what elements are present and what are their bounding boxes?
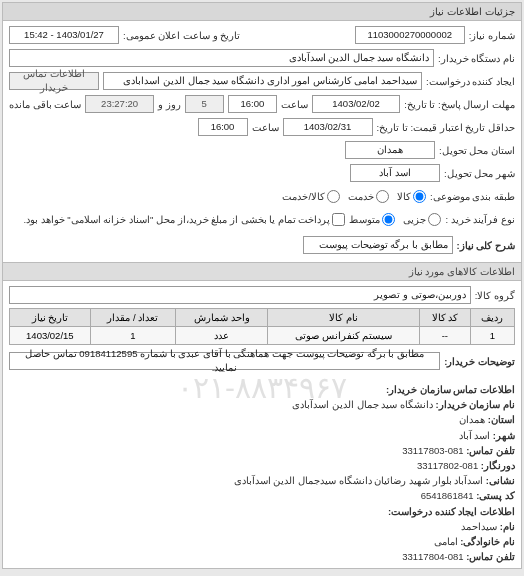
panel-body: شماره نیاز: 1103000270000002 تاریخ و ساع… xyxy=(3,21,521,262)
remain-time-label: ساعت باقی مانده xyxy=(9,99,81,110)
td-name: سیستم کنفرانس صوتی xyxy=(268,327,420,345)
city-field: اسد آباد xyxy=(350,164,440,182)
row-category: طبقه بندی موضوعی: کالا خدمت کالا/خدمت xyxy=(9,186,515,206)
radio-service[interactable]: خدمت xyxy=(348,190,389,203)
province-label: استان محل تحویل: xyxy=(439,145,515,156)
contact-button[interactable]: اطلاعات تماس خریدار xyxy=(9,72,99,90)
items-section-title: اطلاعات کالاهای مورد نیاز xyxy=(3,262,521,281)
contact-province-label: استان: xyxy=(488,414,515,425)
treasury-check[interactable]: پرداخت تمام یا بخشی از مبلغ خرید،از محل … xyxy=(23,213,345,226)
creator-lastname: امامی xyxy=(434,536,458,547)
table-row: 1 -- سیستم کنفرانس صوتی عدد 1 1403/02/15 xyxy=(10,327,515,345)
validity-time-field: 16:00 xyxy=(198,118,248,136)
th-row: ردیف xyxy=(470,309,514,327)
radio-small-input[interactable] xyxy=(428,213,441,226)
city-label: شهر محل تحویل: xyxy=(444,168,515,179)
creator-contact-title: اطلاعات ایجاد کننده درخواست: xyxy=(388,506,515,517)
row-group: گروه کالا: دوربین،صوتی و تصویر xyxy=(9,285,515,305)
remain-days-label: روز و xyxy=(158,99,181,110)
deadline-label: مهلت ارسال پاسخ: تا تاریخ: xyxy=(404,99,515,110)
contact-phone: 081-33117803 xyxy=(402,445,463,456)
remain-days-field: 5 xyxy=(185,95,224,113)
category-label: طبقه بندی موضوعی: xyxy=(430,191,515,202)
radio-goods-service[interactable]: کالا/خدمت xyxy=(282,190,340,203)
contact-city: اسد آباد xyxy=(459,430,491,441)
td-date: 1403/02/15 xyxy=(10,327,91,345)
radio-small[interactable]: جزیی xyxy=(403,213,441,226)
contact-title: اطلاعات تماس سازمان خریدار: xyxy=(386,384,515,395)
group-field: دوربین،صوتی و تصویر xyxy=(9,286,471,304)
items-table: ردیف کد کالا نام کالا واحد شمارش تعداد /… xyxy=(9,308,515,345)
td-qty: 1 xyxy=(90,327,175,345)
th-name: نام کالا xyxy=(268,309,420,327)
contact-org: دانشگاه سید جمال الدین اسدآبادی xyxy=(292,399,433,410)
row-buyer-notes: توضیحات خریدار: مطابق با برگه توضیحات پی… xyxy=(9,351,515,371)
radio-medium[interactable]: متوسط xyxy=(349,213,395,226)
contact-fax: 081-33117802 xyxy=(417,460,478,471)
creator-phone-label: تلفن تماس: xyxy=(466,551,515,562)
contact-province: همدان xyxy=(459,414,485,425)
row-creator: ایجاد کننده درخواست: سیداحمد امامی کارشن… xyxy=(9,71,515,91)
remain-time-field: 23:27:20 xyxy=(85,95,154,113)
buyer-label: نام دستگاه خریدار: xyxy=(438,53,515,64)
buyer-notes-field: مطابق با برگه توضیحات پیوست جهت هماهنگی … xyxy=(9,352,440,370)
row-buyer: نام دستگاه خریدار: دانشگاه سید جمال الدی… xyxy=(9,48,515,68)
desc-field: مطابق با برگه توضیحات پیوست xyxy=(303,236,453,254)
announce-label: تاریخ و ساعت اعلان عمومی: xyxy=(123,30,240,41)
buy-type-label: نوع فرآیند خرید : xyxy=(445,214,515,225)
contact-city-label: شهر: xyxy=(493,430,515,441)
contact-address-label: نشانی: xyxy=(486,475,515,486)
radio-goods[interactable]: کالا xyxy=(397,190,426,203)
th-qty: تعداد / مقدار xyxy=(90,309,175,327)
need-details-panel: جزئیات اطلاعات نیاز شماره نیاز: 11030002… xyxy=(2,2,522,569)
contact-address: اسدآباد بلوار شهید رضائیان دانشگاه سیدجم… xyxy=(234,475,483,486)
creator-phone: 081-33117804 xyxy=(402,551,463,562)
announce-field: 1403/01/27 - 15:42 xyxy=(9,26,119,44)
need-no-field: 1103000270000002 xyxy=(355,26,465,44)
row-city: شهر محل تحویل: اسد آباد xyxy=(9,163,515,183)
row-desc: شرح کلی نیاز: مطابق با برگه توضیحات پیوس… xyxy=(9,235,515,255)
td-unit: عدد xyxy=(176,327,268,345)
contact-block: اطلاعات تماس سازمان خریدار: نام سازمان خ… xyxy=(3,378,521,568)
desc-label: شرح کلی نیاز: xyxy=(457,240,515,251)
province-field: همدان xyxy=(345,141,435,159)
creator-name-label: نام: xyxy=(500,521,515,532)
buyer-field: دانشگاه سید جمال الدین اسدآبادی xyxy=(9,49,434,67)
treasury-checkbox-input[interactable] xyxy=(332,213,345,226)
group-label: گروه کالا: xyxy=(475,290,515,301)
deadline-time-label: ساعت xyxy=(281,99,308,110)
buyer-notes-label: توضیحات خریدار: xyxy=(444,356,515,367)
validity-date-field: 1403/02/31 xyxy=(283,118,373,136)
th-date: تاریخ نیاز xyxy=(10,309,91,327)
row-buy-type: نوع فرآیند خرید : جزیی متوسط پرداخت تمام… xyxy=(9,209,515,229)
contact-postcode-label: کد پستی: xyxy=(476,490,515,501)
validity-time-label: ساعت xyxy=(252,122,279,133)
row-need-no: شماره نیاز: 1103000270000002 تاریخ و ساع… xyxy=(9,25,515,45)
deadline-time-field: 16:00 xyxy=(228,95,277,113)
panel-title: جزئیات اطلاعات نیاز xyxy=(3,3,521,21)
contact-postcode: 6541861841 xyxy=(421,490,474,501)
td-code: -- xyxy=(419,327,470,345)
contact-fax-label: دورنگار: xyxy=(481,460,515,471)
row-deadline: مهلت ارسال پاسخ: تا تاریخ: 1403/02/02 سا… xyxy=(9,94,515,114)
radio-service-input[interactable] xyxy=(376,190,389,203)
radio-goods-input[interactable] xyxy=(413,190,426,203)
validity-label: حداقل تاریخ اعتبار قیمت: تا تاریخ: xyxy=(377,122,515,133)
radio-goods-service-input[interactable] xyxy=(327,190,340,203)
td-row: 1 xyxy=(470,327,514,345)
buy-type-radio-group: جزیی متوسط xyxy=(349,213,441,226)
radio-medium-input[interactable] xyxy=(382,213,395,226)
creator-label: ایجاد کننده درخواست: xyxy=(426,76,515,87)
deadline-date-field: 1403/02/02 xyxy=(312,95,400,113)
row-validity: حداقل تاریخ اعتبار قیمت: تا تاریخ: 1403/… xyxy=(9,117,515,137)
creator-field: سیداحمد امامی کارشناس امور اداری دانشگاه… xyxy=(103,72,422,90)
need-no-label: شماره نیاز: xyxy=(469,30,515,41)
creator-lastname-label: نام خانوادگی: xyxy=(460,536,515,547)
creator-name: سیداحمد xyxy=(461,521,497,532)
contact-org-label: نام سازمان خریدار: xyxy=(436,399,515,410)
th-code: کد کالا xyxy=(419,309,470,327)
row-province: استان محل تحویل: همدان xyxy=(9,140,515,160)
items-body: گروه کالا: دوربین،صوتی و تصویر ردیف کد ک… xyxy=(3,281,521,378)
th-unit: واحد شمارش xyxy=(176,309,268,327)
contact-phone-label: تلفن تماس: xyxy=(466,445,515,456)
